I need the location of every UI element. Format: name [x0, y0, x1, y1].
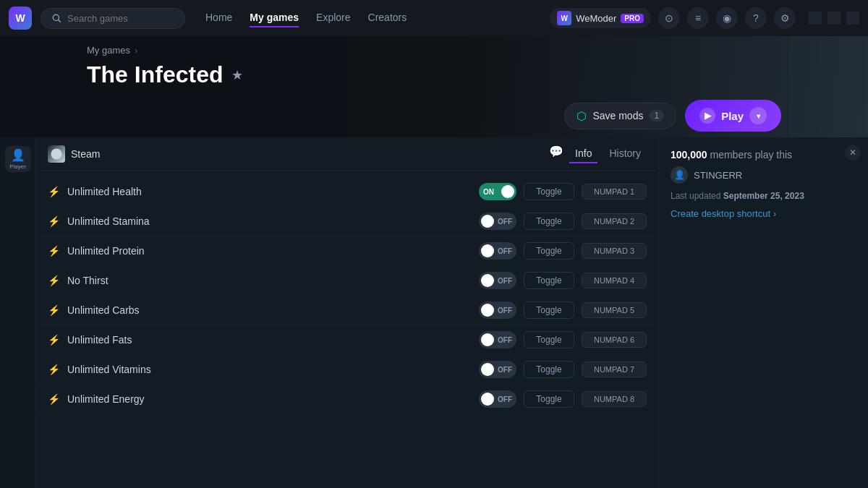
- mod-name-3: No Thirst: [67, 275, 370, 286]
- steam-platform-label: Steam: [71, 148, 100, 160]
- mod-row: ⚡ Unlimited Protein OFF Toggle NUMPAD 3: [36, 236, 658, 266]
- minimize-button[interactable]: —: [809, 12, 822, 25]
- toggle-switch-0[interactable]: ON: [479, 183, 516, 200]
- close-button[interactable]: ✕: [846, 12, 859, 25]
- toggle-switch-5[interactable]: OFF: [479, 331, 516, 348]
- bolt-icon: ⚡: [48, 304, 60, 316]
- bolt-icon: ⚡: [48, 393, 60, 405]
- main-panel: Steam 💬 Info History ⚡ Unlimited Health …: [36, 137, 658, 488]
- toggle-switch-6[interactable]: OFF: [479, 361, 516, 378]
- toggle-button-7[interactable]: Toggle: [524, 390, 574, 408]
- numpad-badge-1: NUMPAD 2: [582, 213, 647, 229]
- shortcut-arrow-icon: ›: [773, 208, 776, 219]
- window-controls: — □ ✕: [809, 12, 859, 25]
- toggle-knob-4: [481, 304, 494, 317]
- sidebar-item-player[interactable]: 👤 Player: [5, 146, 31, 172]
- toggle-button-0[interactable]: Toggle: [524, 183, 574, 200]
- numpad-badge-6: NUMPAD 7: [582, 361, 647, 377]
- username-label: WeModer: [576, 13, 616, 24]
- chat-icon[interactable]: 💬: [549, 145, 563, 163]
- user-badge[interactable]: W WeModer PRO: [550, 8, 651, 28]
- game-title-row: The Infected ★: [0, 56, 868, 88]
- info-updated: Last updated September 25, 2023: [671, 191, 856, 201]
- mod-name-4: Unlimited Carbs: [67, 304, 370, 316]
- nav-explore[interactable]: Explore: [316, 9, 350, 27]
- mods-list: ⚡ Unlimited Health ON Toggle NUMPAD 1 ⚡ …: [36, 171, 658, 488]
- svg-line-1: [59, 20, 61, 22]
- mod-row: ⚡ Unlimited Stamina OFF Toggle NUMPAD 2: [36, 207, 658, 236]
- coin-icon-btn[interactable]: ⊙: [658, 7, 680, 29]
- info-panel: ✕ 100,000 members play this 👤 STINGERR L…: [658, 137, 868, 488]
- toggle-label-6: OFF: [498, 366, 512, 374]
- mod-name-0: Unlimited Health: [67, 186, 370, 197]
- toggle-label-4: OFF: [498, 307, 512, 314]
- toggle-switch-2[interactable]: OFF: [479, 242, 516, 260]
- svg-point-0: [53, 14, 59, 20]
- game-title: The Infected: [87, 61, 223, 88]
- breadcrumb-separator: ›: [135, 45, 137, 56]
- toggle-label-0: ON: [483, 188, 494, 196]
- save-mods-button[interactable]: ⬡ Save mods 1: [564, 103, 676, 129]
- nav-home[interactable]: Home: [205, 9, 232, 27]
- sidebar-player-label: Player: [9, 163, 26, 170]
- mod-name-7: Unlimited Energy: [67, 393, 370, 405]
- toggle-knob-7: [481, 393, 494, 406]
- mod-row: ⚡ Unlimited Vitamins OFF Toggle NUMPAD 7: [36, 355, 658, 385]
- mod-name-1: Unlimited Stamina: [67, 215, 370, 227]
- info-close-button[interactable]: ✕: [845, 145, 861, 160]
- steam-right: 💬 Info History: [549, 145, 647, 163]
- toggle-button-5[interactable]: Toggle: [524, 331, 574, 348]
- search-input[interactable]: [67, 13, 169, 24]
- wemodder-logo-icon: W: [557, 11, 571, 25]
- toggle-knob-2: [481, 244, 494, 257]
- numpad-badge-7: NUMPAD 8: [582, 391, 647, 407]
- toggle-button-3[interactable]: Toggle: [524, 272, 574, 289]
- favorite-star-icon[interactable]: ★: [231, 67, 243, 83]
- toggle-switch-4[interactable]: OFF: [479, 301, 516, 319]
- mod-name-5: Unlimited Fats: [67, 334, 370, 346]
- toggle-switch-7[interactable]: OFF: [479, 390, 516, 408]
- toggle-button-6[interactable]: Toggle: [524, 361, 574, 378]
- numpad-badge-5: NUMPAD 6: [582, 332, 647, 348]
- main-area: My games › The Infected ★ ⬡ Save mods 1 …: [0, 36, 868, 488]
- menu-icon-btn[interactable]: ≡: [687, 7, 709, 29]
- numpad-badge-2: NUMPAD 3: [582, 243, 647, 259]
- toggle-knob-3: [481, 274, 494, 287]
- tab-history[interactable]: History: [603, 145, 647, 163]
- nav-links: Home My games Explore Creators: [205, 9, 541, 27]
- mod-row: ⚡ Unlimited Fats OFF Toggle NUMPAD 6: [36, 325, 658, 355]
- play-button[interactable]: ▶ Play ▾: [685, 100, 781, 132]
- sidebar: 👤 Player: [0, 137, 36, 488]
- toggle-button-4[interactable]: Toggle: [524, 301, 574, 319]
- bolt-icon: ⚡: [48, 275, 60, 286]
- player-icon: 👤: [11, 148, 25, 162]
- toggle-button-2[interactable]: Toggle: [524, 242, 574, 260]
- info-members: 100,000 members play this: [671, 149, 856, 160]
- help-icon-btn[interactable]: ?: [745, 7, 767, 29]
- mod-name-6: Unlimited Vitamins: [67, 364, 370, 375]
- toggle-knob-1: [481, 215, 494, 228]
- nav-creators[interactable]: Creators: [368, 9, 407, 27]
- discord-icon-btn[interactable]: ◉: [716, 7, 738, 29]
- create-shortcut-button[interactable]: Create desktop shortcut ›: [671, 208, 856, 219]
- tab-info[interactable]: Info: [569, 145, 597, 163]
- settings-icon-btn[interactable]: ⚙: [774, 7, 796, 29]
- save-mods-icon: ⬡: [576, 109, 587, 123]
- toggle-knob-0: [501, 185, 514, 198]
- toggle-knob-6: [481, 363, 494, 376]
- toggle-label-2: OFF: [498, 247, 512, 255]
- nav-my-games[interactable]: My games: [250, 9, 299, 27]
- bolt-icon: ⚡: [48, 364, 60, 375]
- save-count-badge: 1: [649, 110, 664, 121]
- toggle-switch-1[interactable]: OFF: [479, 213, 516, 230]
- toggle-label-5: OFF: [498, 336, 512, 344]
- bolt-icon: ⚡: [48, 186, 60, 197]
- topbar-right: W WeModer PRO ⊙ ≡ ◉ ? ⚙ — □ ✕: [550, 7, 859, 29]
- search-bar[interactable]: [41, 8, 185, 29]
- toggle-button-1[interactable]: Toggle: [524, 213, 574, 230]
- play-dropdown-icon[interactable]: ▾: [749, 107, 767, 124]
- mod-name-2: Unlimited Protein: [67, 245, 370, 257]
- breadcrumb-parent[interactable]: My games: [87, 45, 130, 56]
- maximize-button[interactable]: □: [827, 12, 841, 25]
- toggle-switch-3[interactable]: OFF: [479, 272, 516, 289]
